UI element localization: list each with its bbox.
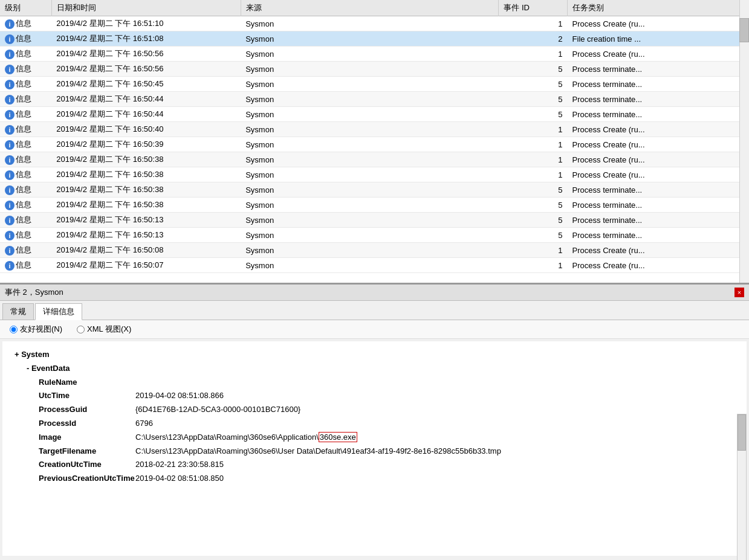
event-table: 级别 日期和时间 来源 事件 ID 任务类别 i信息2019/4/2 星期二 下… (0, 0, 739, 273)
detail-header-title: 事件 2，Sysmon (5, 287, 63, 298)
cell-task: File creation time ... (568, 31, 739, 47)
cell-eventid: 5 (499, 77, 568, 92)
col-header-eventid[interactable]: 事件 ID (499, 0, 568, 16)
table-row[interactable]: i信息2019/4/2 星期二 下午 16:50:13Sysmon5Proces… (0, 213, 739, 228)
cell-level: i信息 (0, 62, 51, 77)
info-icon: i (5, 216, 15, 225)
cell-datetime: 2019/4/2 星期二 下午 16:50:08 (51, 243, 241, 258)
info-icon: i (5, 231, 15, 240)
cell-source: Sysmon (241, 122, 499, 137)
cell-level: i信息 (0, 258, 51, 273)
info-icon: i (5, 155, 15, 165)
cell-eventid: 1 (499, 258, 568, 273)
level-text: 信息 (16, 200, 31, 209)
detail-fields: RuleNameUtcTime2019-04-02 08:51:08.866Pr… (27, 376, 734, 485)
cell-task: Process terminate... (568, 213, 739, 228)
table-row[interactable]: i信息2019/4/2 星期二 下午 16:50:40Sysmon1Proces… (0, 122, 739, 137)
eventdata-section: - EventData RuleNameUtcTime2019-04-02 08… (15, 362, 734, 485)
table-row[interactable]: i信息2019/4/2 星期二 下午 16:50:07Sysmon1Proces… (0, 258, 739, 273)
detail-panel: 事件 2，Sysmon × 常规 详细信息 友好视图(N) XML 视图(X) … (0, 284, 749, 560)
cell-source: Sysmon (241, 47, 499, 62)
cell-level: i信息 (0, 137, 51, 152)
field-value: {6D41E76B-12AD-5CA3-0000-00101BC71600} (135, 404, 300, 416)
field-key: Image (39, 431, 135, 444)
cell-eventid: 1 (499, 47, 568, 62)
cell-source: Sysmon (241, 16, 499, 31)
level-text: 信息 (16, 19, 31, 28)
table-row[interactable]: i信息2019/4/2 星期二 下午 16:51:08Sysmon2File c… (0, 31, 739, 47)
eventdata-label: - EventData (27, 362, 70, 375)
table-row[interactable]: i信息2019/4/2 星期二 下午 16:50:45Sysmon5Proces… (0, 77, 739, 92)
field-value: 2019-04-02 08:51:08.866 (135, 390, 224, 402)
radio-xml[interactable] (77, 326, 85, 333)
cell-eventid: 1 (499, 243, 568, 258)
level-text: 信息 (16, 245, 31, 254)
detail-header: 事件 2，Sysmon × (0, 285, 749, 301)
info-icon: i (5, 261, 15, 271)
detail-scrollbar[interactable] (737, 414, 747, 560)
table-row[interactable]: i信息2019/4/2 星期二 下午 16:50:13Sysmon5Proces… (0, 228, 739, 243)
cell-datetime: 2019/4/2 星期二 下午 16:50:40 (51, 122, 241, 137)
cell-task: Process Create (ru... (568, 152, 739, 167)
cell-source: Sysmon (241, 228, 499, 243)
radio-friendly[interactable] (10, 326, 18, 333)
cell-task: Process Create (ru... (568, 258, 739, 273)
cell-level: i信息 (0, 152, 51, 167)
cell-task: Process Create (ru... (568, 137, 739, 152)
table-row[interactable]: i信息2019/4/2 星期二 下午 16:50:39Sysmon1Proces… (0, 137, 739, 152)
detail-close-button[interactable]: × (734, 288, 744, 297)
table-row[interactable]: i信息2019/4/2 星期二 下午 16:50:56Sysmon1Proces… (0, 47, 739, 62)
table-row[interactable]: i信息2019/4/2 星期二 下午 16:50:38Sysmon5Proces… (0, 198, 739, 213)
table-row[interactable]: i信息2019/4/2 星期二 下午 16:51:10Sysmon1Proces… (0, 16, 739, 31)
cell-source: Sysmon (241, 31, 499, 47)
radio-friendly-text: 友好视图(N) (20, 324, 62, 335)
field-key: UtcTime (39, 390, 135, 402)
cell-eventid: 1 (499, 137, 568, 152)
radio-friendly-label[interactable]: 友好视图(N) (10, 324, 62, 335)
cell-eventid: 1 (499, 167, 568, 182)
field-value: 2018-02-21 23:30:58.815 (135, 459, 224, 471)
cell-source: Sysmon (241, 182, 499, 198)
cell-task: Process terminate... (568, 228, 739, 243)
table-row[interactable]: i信息2019/4/2 星期二 下午 16:50:56Sysmon5Proces… (0, 62, 739, 77)
info-icon: i (5, 110, 15, 120)
cell-datetime: 2019/4/2 星期二 下午 16:50:45 (51, 77, 241, 92)
detail-field-row: TargetFilenameC:\Users\123\AppData\Roami… (39, 445, 734, 458)
col-header-source[interactable]: 来源 (241, 0, 499, 16)
detail-scrollbar-thumb[interactable] (738, 414, 746, 451)
tab-general[interactable]: 常规 (2, 303, 34, 320)
table-row[interactable]: i信息2019/4/2 星期二 下午 16:50:44Sysmon5Proces… (0, 107, 739, 122)
cell-datetime: 2019/4/2 星期二 下午 16:50:38 (51, 152, 241, 167)
col-header-level[interactable]: 级别 (0, 0, 51, 16)
event-list-scrollbar[interactable] (739, 0, 749, 283)
table-row[interactable]: i信息2019/4/2 星期二 下午 16:50:38Sysmon1Proces… (0, 167, 739, 182)
cell-level: i信息 (0, 243, 51, 258)
cell-datetime: 2019/4/2 星期二 下午 16:50:38 (51, 182, 241, 198)
cell-task: Process terminate... (568, 92, 739, 107)
cell-datetime: 2019/4/2 星期二 下午 16:50:13 (51, 228, 241, 243)
col-header-tasktype[interactable]: 任务类别 (568, 0, 739, 16)
table-row[interactable]: i信息2019/4/2 星期二 下午 16:50:38Sysmon5Proces… (0, 182, 739, 198)
level-text: 信息 (16, 94, 31, 103)
table-row[interactable]: i信息2019/4/2 星期二 下午 16:50:44Sysmon5Proces… (0, 92, 739, 107)
cell-datetime: 2019/4/2 星期二 下午 16:50:44 (51, 107, 241, 122)
tab-detail[interactable]: 详细信息 (35, 303, 82, 320)
field-key: TargetFilename (39, 445, 135, 458)
detail-radio-row: 友好视图(N) XML 视图(X) (0, 320, 749, 339)
event-list-scrollbar-thumb[interactable] (739, 18, 749, 42)
cell-task: Process terminate... (568, 77, 739, 92)
cell-datetime: 2019/4/2 星期二 下午 16:51:08 (51, 31, 241, 47)
cell-task: Process terminate... (568, 62, 739, 77)
table-row[interactable]: i信息2019/4/2 星期二 下午 16:50:38Sysmon1Proces… (0, 152, 739, 167)
level-text: 信息 (16, 185, 31, 194)
radio-xml-label[interactable]: XML 视图(X) (77, 324, 131, 335)
cell-datetime: 2019/4/2 星期二 下午 16:50:38 (51, 198, 241, 213)
cell-datetime: 2019/4/2 星期二 下午 16:50:44 (51, 92, 241, 107)
cell-eventid: 1 (499, 16, 568, 31)
cell-datetime: 2019/4/2 星期二 下午 16:50:07 (51, 258, 241, 273)
table-row[interactable]: i信息2019/4/2 星期二 下午 16:50:08Sysmon1Proces… (0, 243, 739, 258)
detail-field-row: RuleName (39, 376, 734, 389)
col-header-datetime[interactable]: 日期和时间 (51, 0, 241, 16)
info-icon: i (5, 170, 15, 180)
cell-task: Process Create (ru... (568, 167, 739, 182)
